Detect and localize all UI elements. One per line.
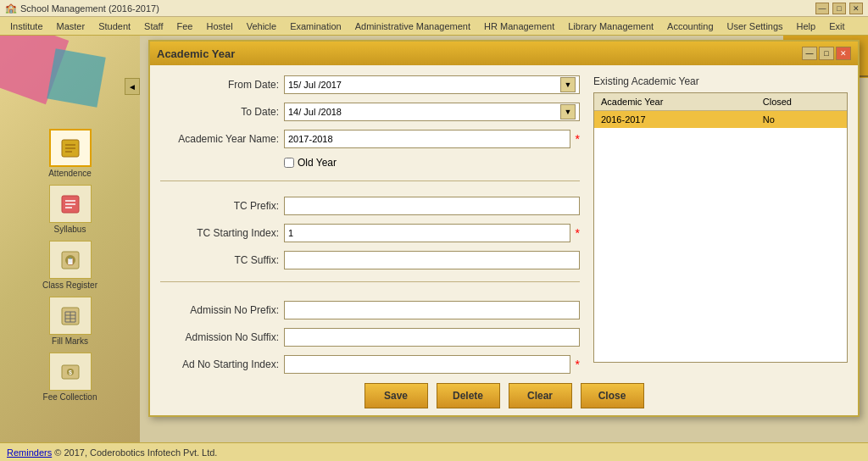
menu-help[interactable]: Help [790,19,823,33]
svg-text:📋: 📋 [66,257,75,265]
tc-prefix-input[interactable] [284,197,580,215]
dialog-overlay: Academic Year — □ ✕ From Date: [148,40,860,417]
menu-student[interactable]: Student [92,19,137,33]
from-date-row: From Date: 15/ Jul /2017 ▼ [160,75,580,94]
old-year-row: Old Year [284,157,580,169]
row-closed: No [756,111,847,129]
dialog-titlebar: Academic Year — □ ✕ [150,42,858,65]
from-date-input[interactable]: 15/ Jul /2017 ▼ [284,75,580,94]
tc-starting-index-input[interactable] [284,224,570,242]
to-date-value: 14/ Jul /2018 [288,107,560,117]
menu-fee[interactable]: Fee [170,19,200,33]
tc-prefix-label: TC Prefix: [160,200,279,212]
ad-starting-index-input[interactable] [284,355,570,374]
app-title: School Management (2016-2017) [20,3,159,14]
tc-suffix-label: TC Suffix: [160,254,279,266]
tc-suffix-input[interactable] [284,251,580,269]
dialog-controls: — □ ✕ [802,47,851,60]
to-date-input[interactable]: 14/ Jul /2018 ▼ [284,103,580,121]
existing-panel: Existing Academic Year Academic Year Clo… [593,75,848,363]
form-panel: From Date: 15/ Jul /2017 ▼ To Date: 14/ … [160,75,580,363]
admission-prefix-row: Admissin No Prefix: [160,301,580,319]
close-dialog-button[interactable]: Close [581,383,644,408]
academic-year-dialog: Academic Year — □ ✕ From Date: [148,40,860,417]
sidebar-item-fill-marks[interactable]: Fill Marks [41,297,100,346]
tc-starting-index-label: TC Starting Index: [160,227,279,239]
menu-hostel[interactable]: Hostel [199,19,239,33]
row-academic-year: 2016-2017 [594,111,756,129]
menu-staff[interactable]: Staff [137,19,170,33]
menu-accounting[interactable]: Accounting [660,19,720,33]
admission-prefix-input[interactable] [284,301,580,319]
menu-institute[interactable]: Institute [3,19,50,33]
tc-prefix-row: TC Prefix: [160,197,580,215]
fill-marks-icon [49,297,92,335]
from-date-dropdown-button[interactable]: ▼ [560,77,576,92]
status-bar: Reminders © 2017, Coderobotics Infotech … [0,442,868,461]
fill-marks-label: Fill Marks [52,336,88,346]
fee-collection-icon: $ [49,353,92,391]
col-closed: Closed [756,93,847,111]
reminders-link[interactable]: Reminders [7,447,52,458]
admission-suffix-input[interactable] [284,328,580,347]
class-register-label: Class Register [42,280,97,290]
tc-starting-index-row: TC Starting Index: * [160,224,580,242]
attendance-icon [49,129,92,167]
dialog-minimize-button[interactable]: — [802,47,817,60]
col-academic-year: Academic Year [594,93,756,111]
menu-examination[interactable]: Examination [283,19,348,33]
admission-prefix-label: Admissin No Prefix: [160,304,279,316]
sidebar-item-class-register[interactable]: 📋 Class Register [41,241,100,290]
app-icon: 🏫 [5,3,17,14]
title-bar-left: 🏫 School Management (2016-2017) [5,3,159,14]
sidebar-item-syllabus[interactable]: Syllabus [41,185,100,234]
table-row[interactable]: 2016-2017 No [594,111,847,129]
copyright-text: © 2017, Coderobotics Infotech Pvt. Ltd. [54,447,217,458]
save-button[interactable]: Save [364,383,428,408]
existing-title: Existing Academic Year [593,75,848,87]
menu-admin[interactable]: Administrative Management [348,19,477,33]
tc-index-required-star: * [576,226,580,240]
sidebar-item-attendance[interactable]: Attendence [41,129,100,178]
admission-suffix-row: Admission No Suffix: [160,328,580,347]
old-year-label: Old Year [298,157,337,169]
section-divider-2 [160,281,580,282]
syllabus-icon [49,185,92,223]
dialog-close-button[interactable]: ✕ [836,47,851,60]
academic-year-required-star: * [576,132,580,146]
app-close-button[interactable]: ✕ [849,3,863,14]
from-date-value: 15/ Jul /2017 [288,80,560,90]
menu-user-settings[interactable]: User Settings [721,19,790,33]
sidebar: ◄ Attendence [0,36,140,442]
old-year-checkbox[interactable] [284,158,294,168]
sidebar-item-fee-collection[interactable]: $ Fee Collection [41,353,100,402]
academic-year-name-input[interactable] [284,130,570,148]
dialog-footer: Save Delete Clear Close [150,383,858,408]
menu-library[interactable]: Library Management [561,19,660,33]
from-date-label: From Date: [160,79,279,91]
tc-suffix-row: TC Suffix: [160,251,580,269]
class-register-icon: 📋 [49,241,92,279]
section-divider-1 [160,181,580,181]
title-bar: 🏫 School Management (2016-2017) — □ ✕ [0,0,868,17]
menu-exit[interactable]: Exit [822,19,851,33]
main-area: ◄ Attendence [0,36,868,442]
delete-button[interactable]: Delete [437,383,500,408]
syllabus-label: Syllabus [54,225,86,234]
menu-vehicle[interactable]: Vehicle [240,19,283,33]
to-date-label: To Date: [160,106,279,118]
to-date-dropdown-button[interactable]: ▼ [560,104,576,119]
dialog-title: Academic Year [157,47,235,60]
existing-table: Academic Year Closed 2016-2017 No [594,93,847,128]
ad-starting-index-label: Ad No Starting Index: [160,358,279,370]
menu-master[interactable]: Master [50,19,92,33]
academic-year-name-row: Academic Year Name: * [160,130,580,148]
existing-table-wrapper: Academic Year Closed 2016-2017 No [593,92,848,363]
minimize-button[interactable]: — [815,3,829,14]
dialog-maximize-button[interactable]: □ [819,47,834,60]
maximize-button[interactable]: □ [832,3,846,14]
sidebar-toggle-button[interactable]: ◄ [125,78,140,95]
clear-button[interactable]: Clear [509,383,572,408]
menu-hr[interactable]: HR Management [477,19,561,33]
fee-collection-label: Fee Collection [43,392,97,402]
